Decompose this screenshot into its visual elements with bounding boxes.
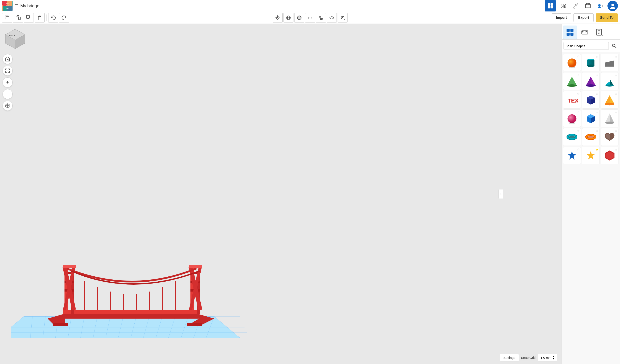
home-view-button[interactable] xyxy=(3,54,13,64)
shape-pyramid-yellow[interactable]: ☆ xyxy=(601,91,619,108)
panel-collapse-button[interactable]: › xyxy=(498,189,503,199)
apps-button[interactable] xyxy=(545,0,556,12)
svg-line-115 xyxy=(615,46,616,48)
tinkercad-logo[interactable]: TIN KER CAD xyxy=(2,1,13,11)
zoom-out-button[interactable]: − xyxy=(3,89,13,99)
shape-wedge-gray[interactable]: ☆ xyxy=(601,54,619,71)
projects-button[interactable] xyxy=(582,0,594,12)
shape-pyramid-green[interactable]: ☆ xyxy=(563,72,581,90)
snap-arrows: ▲ ▼ xyxy=(552,355,554,360)
3d-viewport[interactable]: BACK + − xyxy=(0,24,562,364)
panel-tabs xyxy=(562,24,620,40)
svg-marker-72 xyxy=(63,310,199,314)
shape-cylinder-teal[interactable]: ☆ xyxy=(582,54,600,71)
measure-button[interactable] xyxy=(338,13,348,23)
svg-marker-128 xyxy=(591,76,596,85)
svg-point-148 xyxy=(605,121,614,124)
svg-rect-101 xyxy=(567,29,570,32)
shapes-grid: ☆ ☆ xyxy=(562,52,620,364)
community-button[interactable] xyxy=(557,0,569,12)
svg-text:TIN: TIN xyxy=(6,3,8,4)
sendto-button[interactable]: Send To xyxy=(596,14,618,22)
zoom-in-button[interactable]: + xyxy=(3,77,13,87)
svg-rect-41 xyxy=(320,18,323,19)
star-icon: ☆ xyxy=(596,129,599,133)
snap-value-text: 1.0 mm xyxy=(541,356,551,360)
import-button[interactable]: Import xyxy=(552,14,572,22)
search-button[interactable] xyxy=(610,42,618,50)
solid-button[interactable] xyxy=(294,13,304,23)
svg-point-141 xyxy=(569,122,575,124)
shape-sphere-pink[interactable]: ☆ xyxy=(563,109,581,127)
view-home-button[interactable] xyxy=(273,13,283,23)
shape-pyramid-purple[interactable]: ☆ xyxy=(582,72,600,90)
snap-value-selector[interactable]: 1.0 mm ▲ ▼ xyxy=(538,354,557,361)
export-button[interactable]: Export xyxy=(574,14,594,22)
star-icon: ☆ xyxy=(615,73,617,77)
align-button[interactable] xyxy=(316,13,326,23)
shape-text3d[interactable]: TEXT TEXT ☆ xyxy=(563,91,581,108)
fit-view-button[interactable] xyxy=(3,66,13,76)
svg-marker-123 xyxy=(605,61,614,67)
shape-donut[interactable]: ☆ xyxy=(582,128,600,146)
star-icon: ☆ xyxy=(577,55,580,58)
add-user-button[interactable]: 👤+ xyxy=(595,0,606,12)
shape-box-navy[interactable]: ☆ xyxy=(582,91,600,108)
flip-button[interactable] xyxy=(327,13,337,23)
redo-button[interactable] xyxy=(59,13,69,23)
mirror-button[interactable] xyxy=(305,13,315,23)
tab-notes[interactable] xyxy=(592,26,606,39)
bottom-status-bar: Settings Snap Grid 1.0 mm ▲ ▼ xyxy=(500,354,557,361)
svg-rect-10 xyxy=(551,6,553,8)
svg-rect-18 xyxy=(6,17,9,20)
tab-ruler[interactable] xyxy=(578,26,592,39)
svg-rect-40 xyxy=(319,17,321,18)
svg-point-116 xyxy=(567,58,576,67)
duplicate-button[interactable] xyxy=(24,13,34,23)
tab-grid[interactable] xyxy=(563,26,577,39)
svg-rect-23 xyxy=(38,16,41,20)
svg-point-139 xyxy=(605,103,615,105)
svg-text:CAD: CAD xyxy=(6,8,9,10)
svg-line-13 xyxy=(574,8,574,9)
settings-button[interactable]: Settings xyxy=(500,354,519,361)
star-icon: ☆ xyxy=(577,148,580,151)
svg-text:BACK: BACK xyxy=(9,34,17,37)
document-title: ☰ My bridge xyxy=(15,3,39,8)
star-icon: ☆ xyxy=(596,73,599,77)
svg-point-17 xyxy=(611,4,614,6)
star-icon: ☆ xyxy=(596,110,599,114)
3d-view-button[interactable] xyxy=(3,101,13,111)
shape-torus[interactable]: ☆ xyxy=(563,128,581,146)
svg-point-130 xyxy=(605,85,614,87)
tools-button[interactable] xyxy=(570,0,581,12)
paste-button[interactable] xyxy=(13,13,23,23)
shape-star-blue[interactable]: ☆ xyxy=(563,147,581,164)
svg-marker-147 xyxy=(610,114,614,123)
user-avatar[interactable] xyxy=(607,1,618,11)
title-text[interactable]: My bridge xyxy=(20,3,39,8)
shape-cube-blue[interactable]: ☆ xyxy=(582,109,600,127)
svg-rect-9 xyxy=(548,6,550,8)
svg-marker-37 xyxy=(308,16,310,19)
delete-button[interactable] xyxy=(35,13,45,23)
star-icon: ☆ xyxy=(615,92,617,95)
shape-tent-teal[interactable]: ☆ xyxy=(601,72,619,90)
view-cube[interactable]: BACK xyxy=(4,28,26,50)
shape-sphere-orange[interactable]: ☆ xyxy=(563,54,581,71)
shapes-category-select[interactable]: Basic Shapes Letters Numbers Featured xyxy=(563,42,609,50)
star-icon: ☆ xyxy=(577,73,580,77)
wireframe-button[interactable] xyxy=(283,13,294,23)
undo-button[interactable] xyxy=(48,13,58,23)
shape-cone-gray[interactable]: ☆ xyxy=(601,109,619,127)
doc-icon: ☰ xyxy=(15,3,19,8)
copy-button[interactable] xyxy=(2,13,12,23)
shape-star-gold[interactable]: ★ xyxy=(582,147,600,164)
panel-search-row: Basic Shapes Letters Numbers Featured xyxy=(562,40,620,52)
svg-point-114 xyxy=(612,44,615,47)
shape-hexagon[interactable]: ☆ xyxy=(601,147,619,164)
star-icon: ☆ xyxy=(615,110,617,114)
svg-rect-100 xyxy=(189,265,202,268)
shape-heart[interactable]: ☆ xyxy=(601,128,619,146)
svg-marker-155 xyxy=(567,151,576,160)
